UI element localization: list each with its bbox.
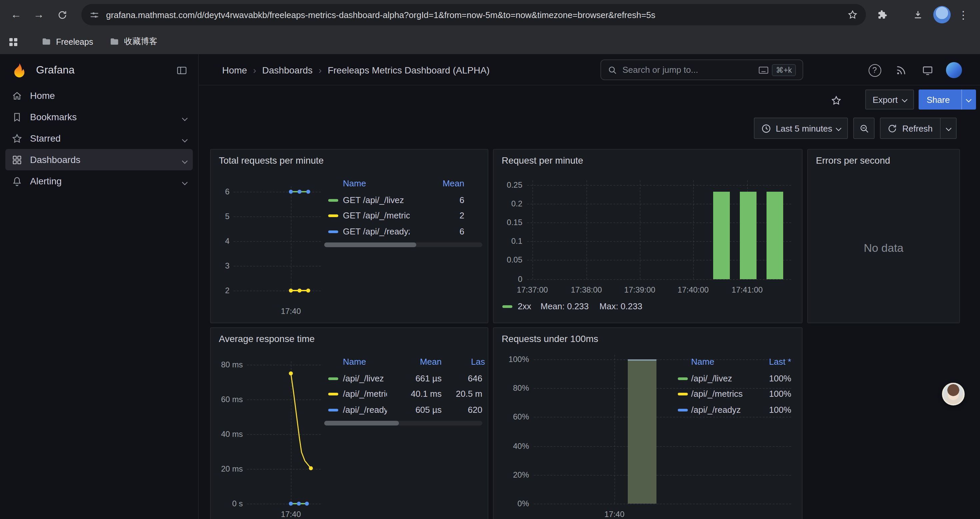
assistant-avatar[interactable] (942, 383, 965, 406)
bookmark-star-icon[interactable] (847, 10, 858, 20)
download-icon (913, 10, 923, 20)
sidebar-item-bookmarks[interactable]: Bookmarks (5, 106, 193, 128)
y-tick: 0.05 (500, 255, 522, 265)
reload-button[interactable] (53, 5, 72, 24)
panel-title[interactable]: Errors per second (816, 155, 890, 166)
panel-errors-per-second: Errors per second No data (807, 149, 960, 323)
sidebar-item-label: Starred (30, 133, 61, 144)
panel-title[interactable]: Requests under 100ms (502, 333, 598, 344)
share-button[interactable]: Share (919, 89, 976, 110)
site-info-icon[interactable] (89, 10, 99, 20)
panel-title[interactable]: Request per minute (502, 155, 583, 166)
bar-2xx[interactable] (713, 192, 730, 279)
extensions-button[interactable] (873, 5, 891, 24)
panel-total-requests: Total requests per minute 6 5 4 3 2 (210, 149, 488, 323)
panel-avg-response-time: Average response time 80 ms 60 ms 40 ms … (210, 327, 488, 519)
downloads-button[interactable] (908, 5, 927, 24)
help-icon: ? (868, 64, 881, 77)
legend-series-name[interactable]: GET /api/_/livez (343, 195, 410, 205)
gridline (586, 180, 587, 279)
legend-scrollbar[interactable] (324, 421, 482, 425)
legend-series-name[interactable]: /api/_/livez (343, 374, 387, 383)
sidebar-item-dashboards[interactable]: Dashboards (5, 149, 193, 170)
legend-header-last[interactable]: Las (471, 357, 485, 367)
series-swatch (328, 214, 338, 217)
legend-series-last: 100% (738, 405, 791, 415)
kiosk-mode-button[interactable] (918, 61, 937, 80)
bar-2xx[interactable] (767, 192, 783, 279)
sidebar-item-home[interactable]: Home (5, 85, 193, 106)
legend-scrollbar-thumb[interactable] (324, 243, 416, 247)
folder-icon (110, 37, 119, 47)
browser-window: ← → grafana.mathmast.com/d/deytv4rwavabk… (0, 0, 980, 519)
zoom-out-button[interactable] (854, 118, 875, 139)
series-swatch (328, 230, 338, 233)
browser-toolbar: ← → grafana.mathmast.com/d/deytv4rwavabk… (0, 0, 980, 29)
legend-scrollbar-thumb[interactable] (324, 421, 399, 425)
legend-series-last: 646 (449, 374, 482, 383)
breadcrumb-home[interactable]: Home (222, 64, 247, 75)
legend-scrollbar[interactable] (324, 243, 482, 247)
brand-name: Grafana (36, 64, 75, 76)
legend-series-name[interactable]: 2xx (518, 301, 531, 311)
sidebar-header: Grafana (0, 56, 198, 85)
bookmark-icon (11, 111, 23, 123)
bar-2xx[interactable] (740, 192, 757, 279)
series-swatch (502, 305, 512, 308)
apps-grid-button[interactable] (8, 37, 19, 48)
time-range-label: Last 5 minutes (776, 123, 832, 133)
sidebar-item-alerting[interactable]: Alerting (5, 170, 193, 192)
sidebar-item-starred[interactable]: Starred (5, 128, 193, 149)
export-button[interactable]: Export (865, 89, 914, 110)
series-swatch (328, 377, 338, 380)
legend-series-last: 20.5 m (449, 389, 482, 399)
legend-header-name[interactable]: Name (343, 178, 366, 188)
user-avatar[interactable] (946, 62, 962, 78)
chevron-down-icon[interactable] (183, 176, 187, 186)
legend-header-name[interactable]: Name (343, 357, 366, 367)
favorite-dashboard-button[interactable] (827, 91, 845, 110)
chevron-down-icon[interactable] (183, 154, 187, 165)
gridline (693, 180, 694, 279)
legend-series-name[interactable]: GET /api/_/metrics (343, 211, 410, 220)
dock-sidebar-icon[interactable] (176, 64, 188, 76)
refresh-button[interactable]: Refresh (880, 118, 957, 139)
search-icon (608, 65, 617, 75)
time-range-picker[interactable]: Last 5 minutes (754, 118, 848, 139)
forward-button[interactable]: → (29, 5, 48, 24)
refresh-interval-button[interactable] (940, 118, 956, 139)
browser-profile-avatar[interactable] (933, 6, 951, 23)
url-text[interactable]: grafana.mathmast.com/d/deytv4rwavabkb/fr… (106, 10, 847, 20)
legend-series-mean: 40.1 ms (388, 389, 442, 399)
help-button[interactable]: ? (865, 61, 884, 80)
bookmark-folder-freeleaps[interactable]: Freeleaps (37, 34, 97, 50)
refresh-icon (888, 123, 897, 133)
back-button[interactable]: ← (7, 5, 25, 24)
chevron-down-icon[interactable] (183, 112, 187, 122)
grafana-logo[interactable] (11, 61, 28, 79)
series-swatch (328, 409, 338, 412)
search-box[interactable]: ⌘+k (600, 59, 803, 80)
url-bar[interactable]: grafana.mathmast.com/d/deytv4rwavabkb/fr… (81, 4, 866, 26)
legend-series-name[interactable]: /api/_/readyz (343, 405, 387, 415)
chevron-down-icon[interactable] (183, 133, 187, 144)
legend-header-mean[interactable]: Mean (388, 357, 442, 367)
browser-menu-button[interactable]: ⋮ (954, 5, 973, 24)
share-menu-button[interactable] (961, 89, 976, 110)
apps-grid-icon (9, 37, 18, 47)
legend-header-last[interactable]: Last * (738, 357, 791, 367)
legend-series-name[interactable]: GET /api/_/readyz (343, 227, 410, 236)
breadcrumb-dashboards[interactable]: Dashboards (262, 64, 313, 75)
legend-header-mean[interactable]: Mean (411, 178, 464, 188)
chevron-down-icon (902, 97, 907, 102)
gridline (532, 180, 533, 279)
y-tick: 0.1 (500, 236, 522, 246)
news-button[interactable] (891, 61, 910, 80)
main-area: Home › Dashboards › Freeleaps Metrics Da… (199, 54, 980, 519)
legend-header-name[interactable]: Name (691, 357, 714, 367)
bar-100-percent[interactable] (628, 359, 657, 504)
bookmark-folder-blogs[interactable]: 收藏博客 (105, 34, 161, 50)
legend-series-name[interactable]: /api/_/metrics (343, 389, 387, 399)
search-input[interactable] (622, 65, 753, 75)
gridline (534, 417, 791, 417)
